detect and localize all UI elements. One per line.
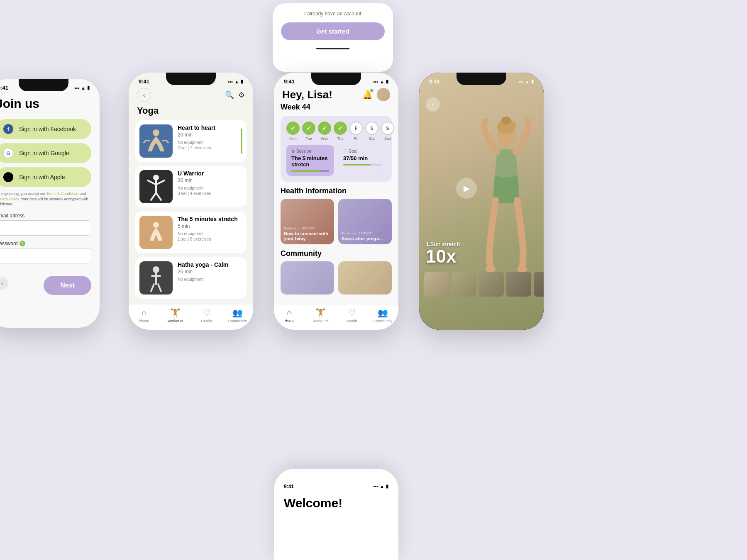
tab-workouts-2[interactable]: 🏋 Workouts: [160, 308, 191, 323]
workout-item[interactable]: Heart to heart 20 min No equipment 2 set…: [135, 120, 247, 162]
day-wed: ✓ Wed: [318, 122, 331, 141]
help-icon: ?: [20, 241, 25, 246]
day-circle-sat: S: [365, 122, 378, 135]
workout-item[interactable]: The 5 minutes stretch 5 min No equipment…: [135, 212, 247, 253]
status-bar-3: 9:41 ▪▪▪ ▲ ▮: [274, 73, 398, 86]
day-sun: S Sun: [381, 122, 394, 141]
tab-community-3[interactable]: 👥 Community: [367, 308, 398, 323]
wifi-icon-2: ▲: [234, 79, 239, 84]
health-card-2-text: Published · 10/10/22 Scars after pregn..…: [342, 231, 388, 241]
wifi-icon: ▲: [81, 85, 85, 90]
workout-thumb-2: [139, 170, 173, 203]
health-card-1[interactable]: Published · 10/10/22 How to connect with…: [281, 199, 334, 244]
phone-welcome: 9:41 ▪▪▪ ▲ ▮ Welcome!: [274, 469, 398, 560]
status-time-3: 9:41: [284, 78, 295, 85]
session-value: The 5 minutes stretch: [291, 155, 329, 168]
svg-point-12: [482, 118, 488, 123]
community-section-title: Community: [281, 249, 392, 258]
status-time-2: 9:41: [139, 78, 149, 85]
status-bar-2: 9:41 ▪▪▪ ▲ ▮: [129, 73, 253, 86]
play-button[interactable]: ▶: [456, 178, 477, 199]
video-thumb-4[interactable]: [506, 272, 531, 297]
workout-meta-3: No equipment 1 set | 6 exercises: [178, 231, 242, 241]
status-time-bottom: 9:41: [284, 484, 294, 489]
email-input[interactable]: [0, 220, 91, 236]
goal-card[interactable]: ♡ Goal 37/50 min: [338, 145, 386, 176]
tab-community-2[interactable]: 👥 Community: [222, 308, 253, 323]
phone-join-us: 9:41 ▪▪▪ ▲ ▮ Join us f Sign in with Face…: [0, 79, 100, 328]
status-bar-1: 9:41 ▪▪▪ ▲ ▮: [0, 79, 100, 93]
workout-item[interactable]: U Warrior 30 min No equipment 3 set | 4 …: [135, 166, 247, 207]
video-thumb-1[interactable]: [424, 272, 449, 297]
tab-workouts-3[interactable]: 🏋 Workouts: [305, 308, 336, 323]
workout-info-3: The 5 minutes stretch 5 min No equipment…: [178, 216, 242, 249]
phone-video: 9:41 ▪▪▪ ▲ ▮: [419, 73, 544, 330]
home-icon: ⌂: [142, 308, 146, 317]
signal-icon-4: ▪▪▪: [518, 79, 523, 84]
week-days: ✓ Mon ✓ Tue ✓ Wed ✓ Thu: [286, 122, 386, 141]
workout-duration-1: 20 min: [178, 132, 242, 138]
status-time-4: 9:41: [429, 78, 440, 85]
password-input[interactable]: [0, 248, 91, 263]
get-started-button[interactable]: Get started: [281, 22, 385, 40]
status-bar-4: 9:41 ▪▪▪ ▲ ▮: [419, 73, 544, 86]
health-title-2: Scars after pregn...: [342, 236, 388, 241]
workout-info-2: U Warrior 30 min No equipment 3 set | 4 …: [178, 170, 242, 203]
battery-icon-3: ▮: [386, 79, 388, 84]
phone-yoga-list: 9:41 ▪▪▪ ▲ ▮ ‹ 🔍 ⚙ Yoga: [129, 73, 253, 330]
back-button[interactable]: ‹: [137, 88, 151, 102]
user-avatar[interactable]: [377, 88, 390, 101]
community-icon: 👥: [232, 308, 243, 318]
workout-thumb-4: [139, 261, 173, 295]
filter-icon[interactable]: ⚙: [238, 90, 245, 100]
workout-thumb-3: [139, 216, 173, 249]
search-icon[interactable]: 🔍: [225, 90, 234, 100]
svg-point-13: [524, 118, 531, 123]
workout-thumb-1: [139, 124, 173, 158]
wifi-icon-3: ▲: [380, 79, 384, 84]
terms-text: By registering, you accept our Terms & C…: [0, 191, 91, 207]
video-thumb-5[interactable]: [534, 272, 544, 297]
tab-home-3[interactable]: ⌂ Home: [274, 308, 305, 323]
community-card-1[interactable]: [281, 261, 334, 295]
session-card[interactable]: ⊕ Session The 5 minutes stretch: [286, 145, 334, 176]
day-circle-wed: ✓: [318, 122, 331, 135]
apple-icon: [3, 172, 13, 182]
prev-arrow[interactable]: ‹: [0, 277, 8, 290]
health-icon-3: ♡: [348, 308, 356, 318]
video-back-button[interactable]: ‹: [426, 97, 440, 112]
tab-health-2[interactable]: ♡ Health: [191, 308, 222, 323]
next-button[interactable]: Next: [44, 276, 91, 295]
status-icons-3: ▪▪▪ ▲ ▮: [373, 79, 388, 84]
phone-dashboard: 9:41 ▪▪▪ ▲ ▮ Hey, Lisa! 🔔 Week 44: [274, 73, 398, 330]
signal-icon-2: ▪▪▪: [228, 79, 233, 84]
google-label: Sign in with Google: [19, 150, 69, 156]
google-signin-button[interactable]: G Sign in with Google: [0, 143, 91, 163]
home-icon-3: ⌂: [287, 308, 292, 317]
health-card-2[interactable]: Published · 10/10/22 Scars after pregn..…: [338, 199, 392, 244]
video-thumb-3[interactable]: [479, 272, 504, 297]
goal-icon: ♡: [343, 149, 347, 153]
facebook-label: Sign in with Facebook: [19, 126, 76, 132]
tab-health-3[interactable]: ♡ Health: [336, 308, 367, 323]
facebook-icon: f: [3, 124, 13, 134]
workout-item[interactable]: Hatha yoga - Calm 25 min No equipment: [135, 257, 247, 299]
apple-signin-button[interactable]: Sign in with Apple: [0, 167, 91, 187]
video-thumb-2[interactable]: [452, 272, 476, 297]
notification-icon[interactable]: 🔔: [362, 90, 373, 100]
workout-name-3: The 5 minutes stretch: [178, 216, 242, 222]
day-circle-thu: ✓: [334, 122, 347, 135]
workout-meta-4: No equipment: [178, 277, 242, 282]
status-time-1: 9:41: [0, 85, 8, 91]
welcome-title: Welcome!: [284, 496, 388, 510]
status-bar-bottom: 9:41 ▪▪▪ ▲ ▮: [284, 484, 388, 489]
workout-name-1: Heart to heart: [178, 124, 242, 131]
community-card-2[interactable]: [338, 261, 392, 295]
goal-progress-fill: [343, 164, 371, 166]
tab-bar-3: ⌂ Home 🏋 Workouts ♡ Health 👥 Community: [274, 304, 398, 330]
tab-home-2[interactable]: ⌂ Home: [129, 308, 160, 323]
community-icon-3: 👥: [378, 308, 388, 318]
workout-duration-4: 25 min: [178, 269, 242, 275]
facebook-signin-button[interactable]: f Sign in with Facebook: [0, 119, 91, 139]
session-progress-fill: [291, 170, 320, 172]
